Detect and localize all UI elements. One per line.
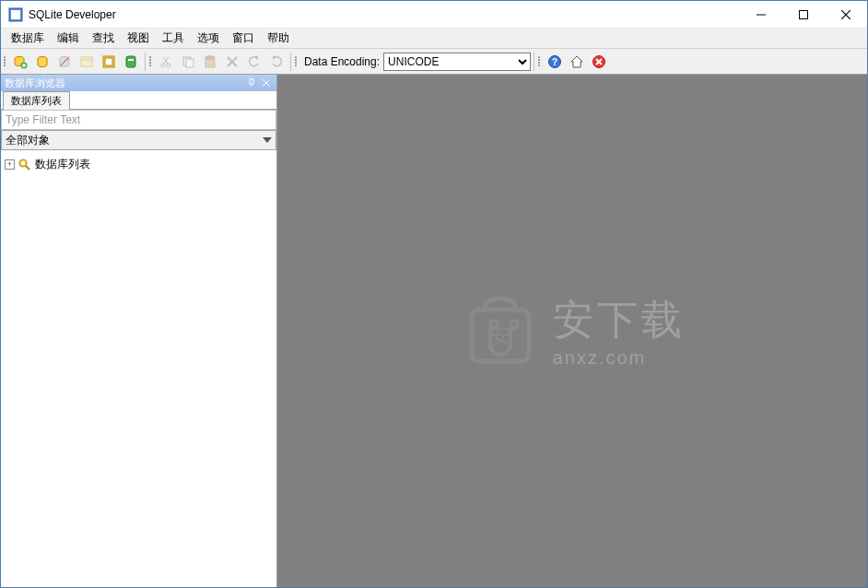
menu-view[interactable]: 视图	[121, 29, 156, 48]
toolbar-separator	[145, 53, 146, 71]
svg-rect-1	[11, 10, 20, 19]
tree-root-node[interactable]: + 数据库列表	[5, 156, 273, 173]
svg-rect-18	[128, 59, 134, 61]
menu-help[interactable]: 帮助	[261, 29, 296, 48]
object-filter-value: 全部对象	[6, 133, 50, 148]
menu-database[interactable]: 数据库	[5, 29, 51, 48]
cut-button	[156, 52, 176, 72]
window-controls	[740, 1, 867, 28]
chevron-down-icon	[263, 137, 272, 143]
svg-line-21	[164, 57, 169, 64]
new-database-button[interactable]	[10, 52, 30, 72]
watermark: 安 安下载 anxz.com	[459, 289, 685, 372]
expand-icon[interactable]: +	[5, 159, 15, 170]
svg-point-19	[161, 64, 165, 67]
svg-rect-16	[105, 58, 112, 65]
menu-edit[interactable]: 编辑	[51, 29, 86, 48]
encoding-select[interactable]: UNICODE	[383, 53, 531, 71]
encoding-label: Data Encoding:	[304, 55, 380, 68]
register-database-button[interactable]	[32, 52, 53, 72]
watermark-line1: 安下载	[553, 293, 686, 347]
svg-point-43	[21, 161, 25, 165]
watermark-bag-icon: 安	[459, 289, 542, 372]
toolbar-grip[interactable]	[537, 52, 542, 72]
svg-rect-3	[800, 10, 808, 18]
menubar: 数据库 编辑 查找 视图 工具 选项 窗口 帮助	[1, 29, 867, 49]
svg-rect-24	[186, 59, 194, 67]
database-properties-button	[76, 52, 97, 72]
minimize-button[interactable]	[740, 1, 782, 28]
svg-rect-13	[81, 57, 92, 66]
toolbar-separator	[534, 53, 534, 71]
stop-button[interactable]	[589, 52, 609, 72]
menu-options[interactable]: 选项	[191, 29, 226, 48]
svg-marker-33	[571, 56, 582, 67]
svg-rect-17	[126, 56, 135, 67]
svg-line-44	[26, 166, 29, 170]
menu-window[interactable]: 窗口	[226, 29, 261, 48]
tab-database-list[interactable]: 数据库列表	[3, 91, 70, 110]
help-button[interactable]: ?	[545, 52, 565, 72]
svg-marker-41	[263, 137, 272, 143]
magnifier-icon	[18, 158, 32, 172]
content-area: 数据库浏览器 数据库列表 全部对象 + 数据库列表	[1, 75, 867, 587]
svg-text:?: ?	[552, 57, 557, 67]
undo-button	[244, 52, 264, 72]
svg-rect-26	[207, 56, 213, 59]
object-filter-select[interactable]: 全部对象	[1, 130, 276, 150]
sql-editor-button[interactable]	[99, 52, 119, 72]
database-tree[interactable]: + 数据库列表	[1, 150, 276, 587]
toolbar: Data Encoding: UNICODE ?	[1, 49, 867, 75]
titlebar: SQLite Developer	[1, 1, 867, 29]
svg-line-22	[163, 57, 168, 64]
app-icon	[8, 7, 23, 22]
panel-tabs: 数据库列表	[1, 91, 276, 110]
filter-input[interactable]	[1, 110, 276, 130]
toolbar-grip[interactable]	[148, 52, 153, 72]
toolbar-separator	[290, 53, 291, 71]
maximize-button[interactable]	[782, 1, 825, 28]
tree-root-label: 数据库列表	[35, 157, 90, 172]
redo-button	[266, 52, 287, 72]
close-button[interactable]	[825, 1, 867, 28]
copy-button	[178, 52, 198, 72]
menu-tools[interactable]: 工具	[156, 29, 191, 48]
home-button[interactable]	[567, 52, 587, 72]
unregister-database-button	[54, 52, 75, 72]
panel-close-icon[interactable]	[260, 76, 273, 89]
svg-rect-37	[250, 79, 253, 84]
watermark-line2: anxz.com	[553, 347, 686, 369]
toolbar-grip[interactable]	[3, 52, 7, 72]
refresh-button[interactable]	[121, 52, 141, 72]
window-title: SQLite Developer	[29, 8, 740, 21]
menu-find[interactable]: 查找	[86, 29, 121, 48]
pin-icon[interactable]	[245, 76, 258, 89]
panel-header: 数据库浏览器	[1, 75, 276, 91]
svg-text:安: 安	[490, 324, 510, 347]
svg-point-20	[167, 64, 170, 67]
paste-button	[200, 52, 220, 72]
toolbar-grip[interactable]	[294, 52, 299, 72]
database-browser-panel: 数据库浏览器 数据库列表 全部对象 + 数据库列表	[1, 75, 277, 587]
delete-button	[222, 52, 242, 72]
app-window: SQLite Developer 数据库 编辑 查找 视图 工具 选项 窗口 帮…	[0, 0, 868, 588]
panel-title: 数据库浏览器	[5, 76, 243, 90]
mdi-workspace: 安 安下载 anxz.com	[277, 75, 867, 587]
